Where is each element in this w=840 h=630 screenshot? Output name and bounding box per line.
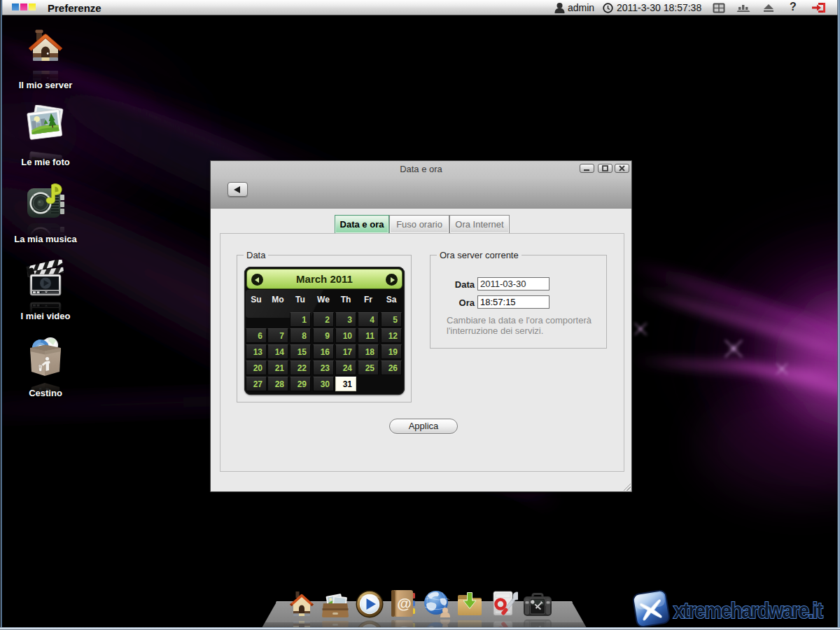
svg-text:xtremehardware.it: xtremehardware.it [673,598,823,623]
svg-text:@: @ [397,595,411,611]
